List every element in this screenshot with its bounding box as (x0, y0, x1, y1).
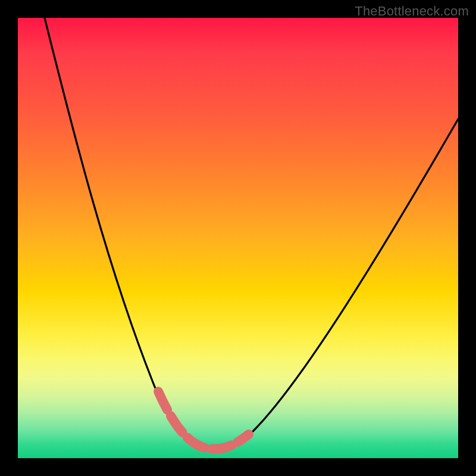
bottleneck-curve (45, 18, 458, 448)
chart-frame: TheBottleneck.com (0, 0, 476, 476)
plot-area (18, 18, 458, 458)
minimum-highlight (158, 392, 249, 449)
curve-layer (18, 18, 458, 458)
watermark-text: TheBottleneck.com (355, 4, 469, 19)
